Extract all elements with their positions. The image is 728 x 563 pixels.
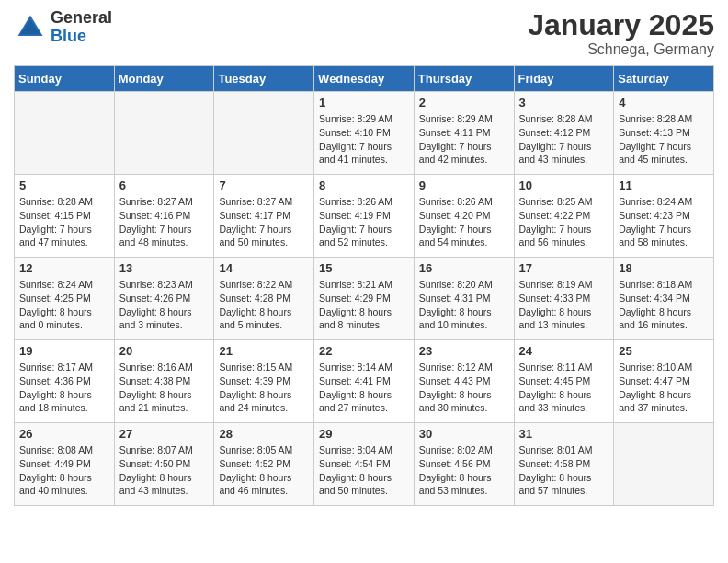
day-number: 6 [119,178,210,192]
calendar-cell: 26Sunrise: 8:08 AM Sunset: 4:49 PM Dayli… [15,423,115,506]
day-number: 11 [619,178,709,192]
calendar-cell: 14Sunrise: 8:22 AM Sunset: 4:28 PM Dayli… [214,258,314,340]
day-number: 31 [519,427,609,441]
header-cell-saturday: Saturday [614,66,714,92]
day-number: 13 [119,261,210,275]
day-number: 10 [519,178,609,192]
day-info: Sunrise: 8:12 AM Sunset: 4:43 PM Dayligh… [419,361,509,415]
day-number: 8 [319,178,409,192]
day-info: Sunrise: 8:17 AM Sunset: 4:36 PM Dayligh… [19,361,109,415]
day-info: Sunrise: 8:28 AM Sunset: 4:13 PM Dayligh… [619,112,709,167]
day-number: 23 [419,344,509,358]
day-info: Sunrise: 8:08 AM Sunset: 4:49 PM Dayligh… [19,443,109,498]
calendar-cell: 5Sunrise: 8:28 AM Sunset: 4:15 PM Daylig… [15,175,115,258]
calendar-cell: 24Sunrise: 8:11 AM Sunset: 4:45 PM Dayli… [514,340,614,423]
day-number: 1 [319,96,409,109]
day-info: Sunrise: 8:23 AM Sunset: 4:26 PM Dayligh… [119,278,210,332]
logo: General Blue [14,9,112,46]
page-header: General Blue January 2025 Schnega, Germa… [14,9,714,58]
day-info: Sunrise: 8:20 AM Sunset: 4:31 PM Dayligh… [419,278,509,332]
calendar-cell: 28Sunrise: 8:05 AM Sunset: 4:52 PM Dayli… [214,423,314,506]
day-info: Sunrise: 8:02 AM Sunset: 4:56 PM Dayligh… [419,443,509,498]
day-number: 9 [419,178,509,192]
day-number: 22 [319,344,409,358]
day-info: Sunrise: 8:25 AM Sunset: 4:22 PM Dayligh… [519,195,609,249]
header-cell-wednesday: Wednesday [314,66,415,92]
day-number: 15 [319,261,409,275]
calendar-cell: 18Sunrise: 8:18 AM Sunset: 4:34 PM Dayli… [614,258,714,340]
day-info: Sunrise: 8:01 AM Sunset: 4:58 PM Dayligh… [519,443,609,498]
day-number: 12 [19,261,109,275]
day-number: 29 [319,427,409,441]
day-info: Sunrise: 8:24 AM Sunset: 4:23 PM Dayligh… [619,195,709,249]
day-info: Sunrise: 8:10 AM Sunset: 4:47 PM Dayligh… [619,361,709,415]
calendar-cell: 22Sunrise: 8:14 AM Sunset: 4:41 PM Dayli… [314,340,415,423]
logo-blue-text: Blue [51,28,112,46]
day-number: 16 [419,261,509,275]
calendar-week-2: 5Sunrise: 8:28 AM Sunset: 4:15 PM Daylig… [15,175,714,258]
header-row: SundayMondayTuesdayWednesdayThursdayFrid… [15,66,714,92]
calendar-cell: 6Sunrise: 8:27 AM Sunset: 4:16 PM Daylig… [114,175,214,258]
calendar-cell: 16Sunrise: 8:20 AM Sunset: 4:31 PM Dayli… [414,258,514,340]
day-info: Sunrise: 8:04 AM Sunset: 4:54 PM Dayligh… [319,443,409,498]
calendar-cell: 13Sunrise: 8:23 AM Sunset: 4:26 PM Dayli… [114,258,214,340]
calendar-cell [614,423,714,506]
calendar-cell: 27Sunrise: 8:07 AM Sunset: 4:50 PM Dayli… [114,423,214,506]
day-number: 3 [519,96,609,109]
day-number: 26 [19,427,109,441]
calendar-cell: 7Sunrise: 8:27 AM Sunset: 4:17 PM Daylig… [214,175,314,258]
day-number: 18 [619,261,709,275]
calendar-week-3: 12Sunrise: 8:24 AM Sunset: 4:25 PM Dayli… [15,258,714,340]
calendar-cell: 8Sunrise: 8:26 AM Sunset: 4:19 PM Daylig… [314,175,415,258]
calendar-cell: 15Sunrise: 8:21 AM Sunset: 4:29 PM Dayli… [314,258,415,340]
calendar-week-4: 19Sunrise: 8:17 AM Sunset: 4:36 PM Dayli… [15,340,714,423]
calendar-cell [214,92,314,175]
day-info: Sunrise: 8:26 AM Sunset: 4:19 PM Dayligh… [319,195,409,249]
calendar-body: 1Sunrise: 8:29 AM Sunset: 4:10 PM Daylig… [15,92,714,506]
header-cell-monday: Monday [114,66,214,92]
calendar-cell: 19Sunrise: 8:17 AM Sunset: 4:36 PM Dayli… [15,340,115,423]
day-info: Sunrise: 8:22 AM Sunset: 4:28 PM Dayligh… [219,278,309,332]
day-info: Sunrise: 8:28 AM Sunset: 4:12 PM Dayligh… [519,112,609,167]
calendar-cell: 3Sunrise: 8:28 AM Sunset: 4:12 PM Daylig… [514,92,614,175]
calendar-cell: 31Sunrise: 8:01 AM Sunset: 4:58 PM Dayli… [514,423,614,506]
logo-icon [14,11,47,44]
calendar-cell [114,92,214,175]
day-number: 27 [119,427,210,441]
calendar-cell: 11Sunrise: 8:24 AM Sunset: 4:23 PM Dayli… [614,175,714,258]
calendar-cell: 25Sunrise: 8:10 AM Sunset: 4:47 PM Dayli… [614,340,714,423]
calendar-week-1: 1Sunrise: 8:29 AM Sunset: 4:10 PM Daylig… [15,92,714,175]
day-info: Sunrise: 8:19 AM Sunset: 4:33 PM Dayligh… [519,278,609,332]
header-cell-thursday: Thursday [414,66,514,92]
header-cell-friday: Friday [514,66,614,92]
day-number: 5 [19,178,109,192]
calendar-cell: 30Sunrise: 8:02 AM Sunset: 4:56 PM Dayli… [414,423,514,506]
day-number: 4 [619,96,709,109]
day-number: 25 [619,344,709,358]
day-info: Sunrise: 8:15 AM Sunset: 4:39 PM Dayligh… [219,361,309,415]
day-info: Sunrise: 8:26 AM Sunset: 4:20 PM Dayligh… [419,195,509,249]
day-number: 24 [519,344,609,358]
day-info: Sunrise: 8:11 AM Sunset: 4:45 PM Dayligh… [519,361,609,415]
day-number: 14 [219,261,309,275]
calendar-cell [15,92,115,175]
calendar-cell: 1Sunrise: 8:29 AM Sunset: 4:10 PM Daylig… [314,92,415,175]
calendar-cell: 10Sunrise: 8:25 AM Sunset: 4:22 PM Dayli… [514,175,614,258]
calendar-cell: 12Sunrise: 8:24 AM Sunset: 4:25 PM Dayli… [15,258,115,340]
title-block: January 2025 Schnega, Germany [528,9,714,58]
day-info: Sunrise: 8:29 AM Sunset: 4:11 PM Dayligh… [419,112,509,167]
day-info: Sunrise: 8:16 AM Sunset: 4:38 PM Dayligh… [119,361,210,415]
day-info: Sunrise: 8:28 AM Sunset: 4:15 PM Dayligh… [19,195,109,249]
calendar-cell: 4Sunrise: 8:28 AM Sunset: 4:13 PM Daylig… [614,92,714,175]
day-info: Sunrise: 8:05 AM Sunset: 4:52 PM Dayligh… [219,443,309,498]
day-info: Sunrise: 8:29 AM Sunset: 4:10 PM Dayligh… [319,112,409,167]
day-number: 2 [419,96,509,109]
day-number: 17 [519,261,609,275]
calendar-cell: 17Sunrise: 8:19 AM Sunset: 4:33 PM Dayli… [514,258,614,340]
calendar-week-5: 26Sunrise: 8:08 AM Sunset: 4:49 PM Dayli… [15,423,714,506]
logo-general-text: General [51,9,112,28]
day-number: 21 [219,344,309,358]
day-info: Sunrise: 8:18 AM Sunset: 4:34 PM Dayligh… [619,278,709,332]
calendar-table: SundayMondayTuesdayWednesdayThursdayFrid… [14,65,714,506]
day-number: 19 [19,344,109,358]
